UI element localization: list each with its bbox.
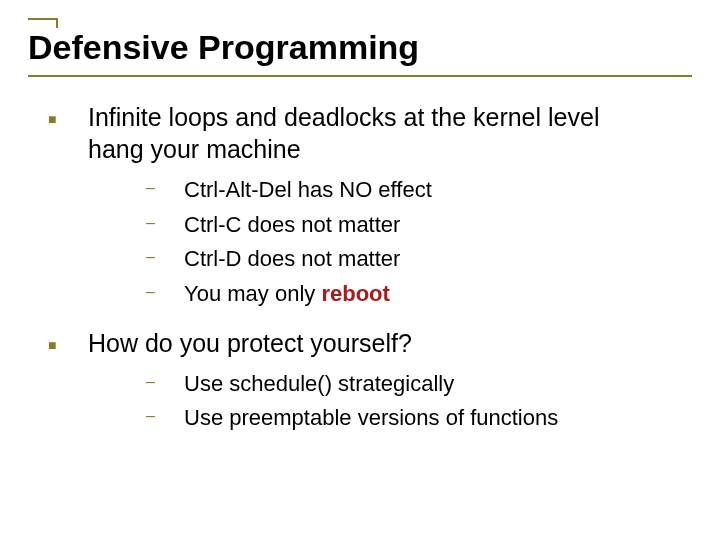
title-rule: Defensive Programming bbox=[28, 18, 692, 77]
dash-bullet-icon: – bbox=[136, 403, 184, 433]
bullet-text: How do you protect yourself? bbox=[88, 327, 412, 359]
dash-bullet-icon: – bbox=[136, 210, 184, 240]
sub-bullet-item: – Ctrl-Alt-Del has NO effect bbox=[136, 175, 692, 205]
sub-bullet-text: Use preemptable versions of functions bbox=[184, 403, 558, 433]
slide-title: Defensive Programming bbox=[28, 28, 692, 67]
sub-bullet-item: – You may only reboot bbox=[136, 279, 692, 309]
square-bullet-icon: ■ bbox=[32, 327, 88, 359]
sub-bullet-list: – Use schedule() strategically – Use pre… bbox=[32, 369, 692, 433]
sub-bullet-item: – Ctrl-C does not matter bbox=[136, 210, 692, 240]
dash-bullet-icon: – bbox=[136, 279, 184, 309]
dash-bullet-icon: – bbox=[136, 175, 184, 205]
sub-bullet-text: Use schedule() strategically bbox=[184, 369, 454, 399]
sub-bullet-text: Ctrl-Alt-Del has NO effect bbox=[184, 175, 432, 205]
dash-bullet-icon: – bbox=[136, 244, 184, 274]
dash-bullet-icon: – bbox=[136, 369, 184, 399]
emphasis-text: reboot bbox=[321, 281, 389, 306]
sub-bullet-item: – Use preemptable versions of functions bbox=[136, 403, 692, 433]
slide: Defensive Programming ■ Infinite loops a… bbox=[0, 0, 720, 540]
bullet-item: ■ Infinite loops and deadlocks at the ke… bbox=[32, 101, 692, 165]
bullet-item: ■ How do you protect yourself? bbox=[32, 327, 692, 359]
bullet-text: Infinite loops and deadlocks at the kern… bbox=[88, 101, 648, 165]
sub-bullet-text: Ctrl-D does not matter bbox=[184, 244, 400, 274]
sub-bullet-list: – Ctrl-Alt-Del has NO effect – Ctrl-C do… bbox=[32, 175, 692, 309]
square-bullet-icon: ■ bbox=[32, 101, 88, 165]
sub-bullet-text-plain: You may only bbox=[184, 281, 321, 306]
sub-bullet-item: – Ctrl-D does not matter bbox=[136, 244, 692, 274]
sub-bullet-text: You may only reboot bbox=[184, 279, 390, 309]
sub-bullet-item: – Use schedule() strategically bbox=[136, 369, 692, 399]
sub-bullet-text: Ctrl-C does not matter bbox=[184, 210, 400, 240]
slide-body: ■ Infinite loops and deadlocks at the ke… bbox=[28, 101, 692, 433]
